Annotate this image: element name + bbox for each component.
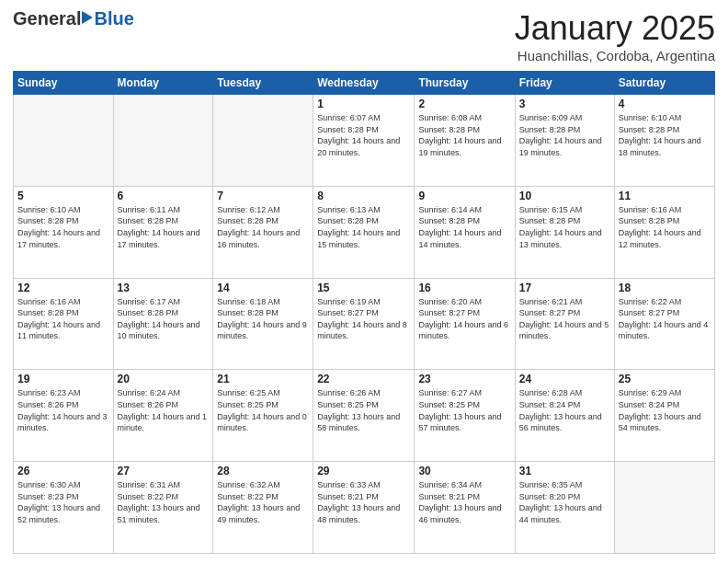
day-number: 21 bbox=[217, 373, 309, 385]
table-row: 30Sunrise: 6:34 AM Sunset: 8:21 PM Dayli… bbox=[415, 462, 515, 554]
logo-arrow-icon bbox=[82, 11, 93, 24]
day-info: Sunrise: 6:25 AM Sunset: 8:25 PM Dayligh… bbox=[217, 387, 309, 433]
day-number: 4 bbox=[619, 98, 711, 110]
calendar-week-row: 19Sunrise: 6:23 AM Sunset: 8:26 PM Dayli… bbox=[14, 370, 715, 462]
col-saturday: Saturday bbox=[614, 72, 714, 95]
calendar-header-row: Sunday Monday Tuesday Wednesday Thursday… bbox=[14, 72, 715, 95]
table-row: 13Sunrise: 6:17 AM Sunset: 8:28 PM Dayli… bbox=[113, 278, 213, 370]
header: General Blue January 2025 Huanchillas, C… bbox=[13, 9, 715, 63]
day-info: Sunrise: 6:10 AM Sunset: 8:28 PM Dayligh… bbox=[17, 204, 109, 250]
day-number: 2 bbox=[418, 98, 510, 110]
logo-blue: Blue bbox=[94, 9, 133, 28]
table-row: 15Sunrise: 6:19 AM Sunset: 8:27 PM Dayli… bbox=[313, 278, 415, 370]
day-number: 16 bbox=[418, 282, 510, 294]
day-info: Sunrise: 6:08 AM Sunset: 8:28 PM Dayligh… bbox=[418, 112, 510, 158]
page: General Blue January 2025 Huanchillas, C… bbox=[0, 0, 728, 563]
table-row: 7Sunrise: 6:12 AM Sunset: 8:28 PM Daylig… bbox=[213, 186, 313, 278]
day-info: Sunrise: 6:09 AM Sunset: 8:28 PM Dayligh… bbox=[519, 112, 610, 158]
table-row: 10Sunrise: 6:15 AM Sunset: 8:28 PM Dayli… bbox=[515, 186, 614, 278]
day-info: Sunrise: 6:17 AM Sunset: 8:28 PM Dayligh… bbox=[118, 296, 210, 342]
day-info: Sunrise: 6:24 AM Sunset: 8:26 PM Dayligh… bbox=[118, 387, 210, 433]
day-info: Sunrise: 6:33 AM Sunset: 8:21 PM Dayligh… bbox=[317, 479, 410, 525]
day-number: 11 bbox=[619, 190, 711, 202]
table-row: 1Sunrise: 6:07 AM Sunset: 8:28 PM Daylig… bbox=[313, 95, 415, 187]
table-row: 17Sunrise: 6:21 AM Sunset: 8:27 PM Dayli… bbox=[515, 278, 614, 370]
day-info: Sunrise: 6:32 AM Sunset: 8:22 PM Dayligh… bbox=[217, 479, 309, 525]
table-row bbox=[113, 95, 213, 187]
table-row bbox=[614, 462, 714, 554]
day-number: 25 bbox=[619, 373, 711, 385]
col-sunday: Sunday bbox=[14, 72, 114, 95]
day-info: Sunrise: 6:07 AM Sunset: 8:28 PM Dayligh… bbox=[317, 112, 410, 158]
day-info: Sunrise: 6:30 AM Sunset: 8:23 PM Dayligh… bbox=[17, 479, 109, 525]
table-row: 29Sunrise: 6:33 AM Sunset: 8:21 PM Dayli… bbox=[313, 462, 415, 554]
day-number: 8 bbox=[317, 190, 410, 202]
day-info: Sunrise: 6:26 AM Sunset: 8:25 PM Dayligh… bbox=[317, 387, 410, 433]
day-number: 13 bbox=[118, 282, 210, 294]
day-info: Sunrise: 6:19 AM Sunset: 8:27 PM Dayligh… bbox=[317, 296, 410, 342]
day-number: 23 bbox=[418, 373, 510, 385]
day-number: 22 bbox=[317, 373, 410, 385]
day-info: Sunrise: 6:11 AM Sunset: 8:28 PM Dayligh… bbox=[118, 204, 210, 250]
table-row: 9Sunrise: 6:14 AM Sunset: 8:28 PM Daylig… bbox=[415, 186, 515, 278]
logo-general: General bbox=[13, 9, 81, 28]
table-row bbox=[14, 95, 114, 187]
table-row: 27Sunrise: 6:31 AM Sunset: 8:22 PM Dayli… bbox=[113, 462, 213, 554]
table-row: 21Sunrise: 6:25 AM Sunset: 8:25 PM Dayli… bbox=[213, 370, 313, 462]
day-info: Sunrise: 6:13 AM Sunset: 8:28 PM Dayligh… bbox=[317, 204, 410, 250]
table-row: 12Sunrise: 6:16 AM Sunset: 8:28 PM Dayli… bbox=[14, 278, 114, 370]
table-row: 28Sunrise: 6:32 AM Sunset: 8:22 PM Dayli… bbox=[213, 462, 313, 554]
day-info: Sunrise: 6:20 AM Sunset: 8:27 PM Dayligh… bbox=[418, 296, 510, 342]
day-number: 18 bbox=[619, 282, 711, 294]
day-number: 12 bbox=[17, 282, 109, 294]
table-row: 26Sunrise: 6:30 AM Sunset: 8:23 PM Dayli… bbox=[14, 462, 114, 554]
table-row: 6Sunrise: 6:11 AM Sunset: 8:28 PM Daylig… bbox=[113, 186, 213, 278]
day-info: Sunrise: 6:16 AM Sunset: 8:28 PM Dayligh… bbox=[619, 204, 711, 250]
col-friday: Friday bbox=[515, 72, 614, 95]
day-info: Sunrise: 6:15 AM Sunset: 8:28 PM Dayligh… bbox=[519, 204, 610, 250]
day-number: 29 bbox=[317, 465, 410, 477]
logo: General Blue bbox=[13, 9, 134, 28]
calendar-week-row: 1Sunrise: 6:07 AM Sunset: 8:28 PM Daylig… bbox=[14, 95, 715, 187]
day-info: Sunrise: 6:27 AM Sunset: 8:25 PM Dayligh… bbox=[418, 387, 510, 433]
day-number: 1 bbox=[317, 98, 410, 110]
day-info: Sunrise: 6:21 AM Sunset: 8:27 PM Dayligh… bbox=[519, 296, 610, 342]
day-number: 9 bbox=[418, 190, 510, 202]
day-info: Sunrise: 6:31 AM Sunset: 8:22 PM Dayligh… bbox=[118, 479, 210, 525]
day-number: 26 bbox=[17, 465, 109, 477]
day-info: Sunrise: 6:34 AM Sunset: 8:21 PM Dayligh… bbox=[418, 479, 510, 525]
table-row: 11Sunrise: 6:16 AM Sunset: 8:28 PM Dayli… bbox=[614, 186, 714, 278]
day-number: 31 bbox=[519, 465, 610, 477]
day-info: Sunrise: 6:28 AM Sunset: 8:24 PM Dayligh… bbox=[519, 387, 610, 433]
day-number: 5 bbox=[17, 190, 109, 202]
table-row: 8Sunrise: 6:13 AM Sunset: 8:28 PM Daylig… bbox=[313, 186, 415, 278]
day-number: 15 bbox=[317, 282, 410, 294]
calendar-week-row: 5Sunrise: 6:10 AM Sunset: 8:28 PM Daylig… bbox=[14, 186, 715, 278]
calendar-table: Sunday Monday Tuesday Wednesday Thursday… bbox=[13, 71, 715, 554]
table-row: 31Sunrise: 6:35 AM Sunset: 8:20 PM Dayli… bbox=[515, 462, 614, 554]
day-info: Sunrise: 6:23 AM Sunset: 8:26 PM Dayligh… bbox=[17, 387, 109, 433]
day-number: 17 bbox=[519, 282, 610, 294]
title-block: January 2025 Huanchillas, Cordoba, Argen… bbox=[515, 9, 715, 63]
day-number: 10 bbox=[519, 190, 610, 202]
table-row: 22Sunrise: 6:26 AM Sunset: 8:25 PM Dayli… bbox=[313, 370, 415, 462]
table-row: 5Sunrise: 6:10 AM Sunset: 8:28 PM Daylig… bbox=[14, 186, 114, 278]
table-row: 16Sunrise: 6:20 AM Sunset: 8:27 PM Dayli… bbox=[415, 278, 515, 370]
location-subtitle: Huanchillas, Cordoba, Argentina bbox=[515, 48, 715, 63]
day-number: 30 bbox=[418, 465, 510, 477]
table-row: 3Sunrise: 6:09 AM Sunset: 8:28 PM Daylig… bbox=[515, 95, 614, 187]
day-number: 24 bbox=[519, 373, 610, 385]
col-wednesday: Wednesday bbox=[313, 72, 415, 95]
col-thursday: Thursday bbox=[415, 72, 515, 95]
col-monday: Monday bbox=[113, 72, 213, 95]
day-number: 3 bbox=[519, 98, 610, 110]
day-number: 14 bbox=[217, 282, 309, 294]
day-info: Sunrise: 6:14 AM Sunset: 8:28 PM Dayligh… bbox=[418, 204, 510, 250]
day-info: Sunrise: 6:29 AM Sunset: 8:24 PM Dayligh… bbox=[619, 387, 711, 433]
day-info: Sunrise: 6:10 AM Sunset: 8:28 PM Dayligh… bbox=[619, 112, 711, 158]
table-row: 4Sunrise: 6:10 AM Sunset: 8:28 PM Daylig… bbox=[614, 95, 714, 187]
calendar-week-row: 12Sunrise: 6:16 AM Sunset: 8:28 PM Dayli… bbox=[14, 278, 715, 370]
table-row: 14Sunrise: 6:18 AM Sunset: 8:28 PM Dayli… bbox=[213, 278, 313, 370]
day-info: Sunrise: 6:16 AM Sunset: 8:28 PM Dayligh… bbox=[17, 296, 109, 342]
table-row: 2Sunrise: 6:08 AM Sunset: 8:28 PM Daylig… bbox=[415, 95, 515, 187]
